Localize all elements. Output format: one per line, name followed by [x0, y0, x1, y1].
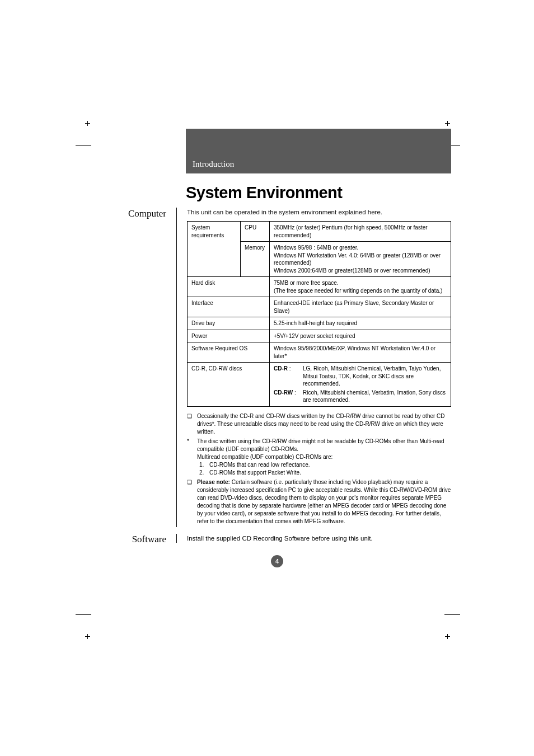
cell-hdd-value: 75MB or more free space. (The free space… [270, 277, 451, 297]
note-item: * The disc written using the CD-R/RW dri… [187, 438, 451, 477]
note-sublist-item: 2. CD-ROMs that support Packet Write. [197, 469, 451, 477]
note-text: Please note: Certain software (i.e. part… [197, 478, 451, 525]
spec-table: System requirements CPU 350MHz (or faste… [187, 221, 451, 407]
table-row: Drive bay 5.25-inch half-height bay requ… [188, 317, 451, 330]
cdr-text: LG, Ricoh, Mitsubishi Chemical, Verbatim… [303, 365, 447, 388]
section-software: Software Install the supplied CD Recordi… [98, 534, 451, 545]
cell-memory-label: Memory [241, 242, 270, 277]
bullet-icon: ❏ [187, 478, 197, 525]
cdrw-text: Ricoh, Mitsubishi chemical, Verbatim, Im… [303, 389, 447, 404]
cell-discs-label: CD-R, CD-RW discs [188, 363, 270, 407]
software-text: Install the supplied CD Recording Softwa… [187, 534, 451, 543]
section-body-software: Install the supplied CD Recording Softwa… [176, 534, 451, 543]
note-line: The disc written using the CD-R/RW drive… [197, 438, 451, 453]
cdrw-label: CD-RW [274, 389, 293, 396]
cell-os-value: Windows 95/98/2000/ME/XP, Windows NT Wor… [270, 342, 451, 363]
please-note-text: Certain software (i.e. particularly thos… [197, 479, 451, 524]
note-sublist-text: CD-ROMs that support Packet Write. [209, 469, 301, 477]
cell-hdd-label: Hard disk [188, 277, 270, 297]
table-row: Software Required OS Windows 95/98/2000/… [188, 342, 451, 363]
table-row: Interface Enhanced-IDE interface (as Pri… [188, 297, 451, 317]
note-sublist-text: CD-ROMs that can read low reflectance. [209, 461, 310, 469]
note-text: Occasionally the CD-R and CD-RW discs wr… [197, 412, 451, 436]
content: System Environment Computer This unit ca… [98, 173, 451, 567]
section-computer: Computer This unit can be operated in th… [98, 208, 451, 527]
note-sublist-num: 2. [197, 469, 209, 477]
cell-power-label: Power [188, 330, 270, 342]
note-item: ❏ Please note: Certain software (i.e. pa… [187, 478, 451, 525]
section-label-software: Software [98, 534, 176, 545]
cell-sysreq: System requirements [188, 222, 241, 277]
note-sublist-num: 1. [197, 461, 209, 469]
section-header-bar: Introduction [186, 129, 451, 173]
section-body-computer: This unit can be operated in the system … [176, 208, 451, 527]
section-header-label: Introduction [193, 159, 234, 169]
cell-memory-value: Windows 95/98 : 64MB or greater. Windows… [270, 242, 451, 277]
cdr-label: CD-R [274, 365, 288, 372]
table-row: System requirements CPU 350MHz (or faste… [188, 222, 451, 242]
table-row: CD-R, CD-RW discs CD-R : LG, Ricoh, Mits… [188, 363, 451, 407]
cell-cpu-value: 350MHz (or faster) Pentium (for high spe… [270, 222, 451, 242]
cell-iface-value: Enhanced-IDE interface (as Primary Slave… [270, 297, 451, 317]
cell-iface-label: Interface [188, 297, 270, 317]
cell-discs-value: CD-R : LG, Ricoh, Mitsubishi Chemical, V… [270, 363, 451, 407]
table-row: Power +5V/+12V power socket required [188, 330, 451, 342]
page-number: 4 [271, 555, 283, 567]
page-title: System Environment [186, 184, 451, 202]
table-row: Hard disk 75MB or more free space. (The … [188, 277, 451, 297]
note-text: The disc written using the CD-R/RW drive… [197, 438, 451, 477]
section-label-computer: Computer [98, 208, 176, 219]
cell-cpu-label: CPU [241, 222, 270, 242]
cell-drivebay-value: 5.25-inch half-height bay required [270, 317, 451, 330]
cell-power-value: +5V/+12V power socket required [270, 330, 451, 342]
please-note-label: Please note: [197, 479, 230, 485]
cell-drivebay-label: Drive bay [188, 317, 270, 330]
cell-os-label: Software Required OS [188, 342, 270, 363]
bullet-icon: ❏ [187, 412, 197, 436]
notes: ❏ Occasionally the CD-R and CD-RW discs … [187, 412, 451, 525]
asterisk-icon: * [187, 438, 197, 477]
note-sublist-item: 1. CD-ROMs that can read low reflectance… [197, 461, 451, 469]
note-item: ❏ Occasionally the CD-R and CD-RW discs … [187, 412, 451, 436]
note-line: Multiread compatible (UDF compatible) CD… [197, 453, 451, 461]
computer-intro: This unit can be operated in the system … [187, 208, 451, 217]
